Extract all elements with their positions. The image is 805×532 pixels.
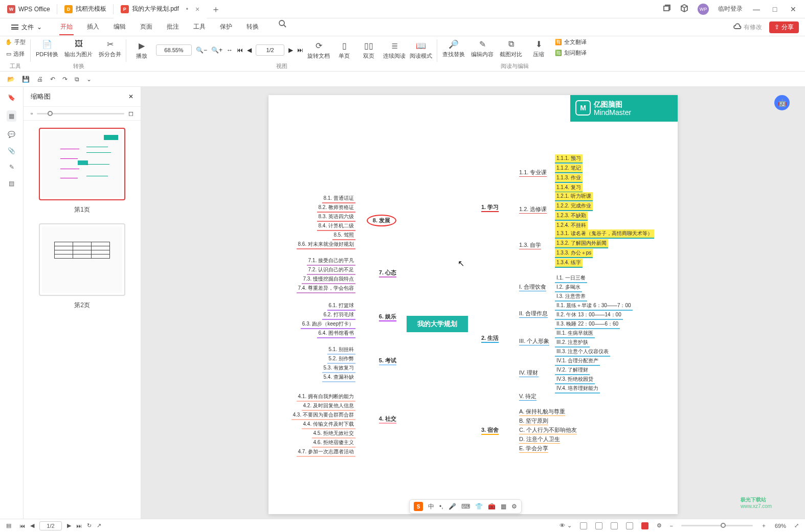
status-view2-icon[interactable] <box>595 522 602 529</box>
status-menu-icon[interactable]: ▤ <box>6 522 11 529</box>
file-menu[interactable]: 文件 ⌄ <box>6 21 47 34</box>
thumbnail-page-2[interactable] <box>39 223 125 296</box>
btn-double-page[interactable]: ▯▯双页 <box>359 40 379 60</box>
last-page-icon[interactable]: ⏭ <box>297 47 303 54</box>
btn-export-image[interactable]: 🖼输出为图片 <box>64 38 93 58</box>
zoom-out-status-icon[interactable]: − <box>670 523 673 529</box>
thumbnail-close-icon[interactable]: ✕ <box>128 93 133 100</box>
status-eye-icon[interactable]: 👁 ⌄ <box>560 522 571 529</box>
rail-draw-icon[interactable]: ✎ <box>9 164 14 171</box>
btn-rotate[interactable]: ⟳旋转文档 <box>307 40 330 60</box>
qa-open-icon[interactable]: 📂 <box>7 76 15 83</box>
menu-tools[interactable]: 工具 <box>192 19 207 35</box>
zoom-out-icon[interactable]: 🔍− <box>196 47 207 54</box>
tool-hand[interactable]: ✋ 手型 ▭ 选择 <box>5 38 26 58</box>
rail-comment-icon[interactable]: 💬 <box>8 131 15 138</box>
search-icon[interactable] <box>278 19 286 35</box>
ime-toolbar[interactable]: S 中 •, 🎤 ⌨ 👕 🧰 ▦ ⚙ <box>409 499 522 514</box>
status-page-input[interactable]: 1/2 <box>39 521 62 530</box>
menu-protect[interactable]: 保护 <box>219 19 233 35</box>
ime-mic-icon[interactable]: 🎤 <box>449 503 456 510</box>
status-view1-icon[interactable] <box>580 522 587 529</box>
cloud-status[interactable]: 有修改 <box>733 23 762 32</box>
menu-insert[interactable]: 插入 <box>86 19 100 35</box>
btn-edit-content[interactable]: ✎编辑内容 <box>471 38 494 58</box>
avatar-icon[interactable]: WP <box>698 4 709 15</box>
status-zoom-label[interactable]: 69% <box>775 523 786 529</box>
btn-play[interactable]: ▶播放 <box>131 40 152 60</box>
status-first-icon[interactable]: ⏮ <box>19 523 25 529</box>
btn-compress[interactable]: ⬇压缩 <box>528 38 549 58</box>
status-exit-icon[interactable]: ↗ <box>97 522 101 529</box>
zoom-in-status-icon[interactable]: ＋ <box>761 522 767 529</box>
status-next-icon[interactable]: ▶ <box>67 522 71 529</box>
maximize-button[interactable]: □ <box>770 5 779 13</box>
fit-width-icon[interactable]: ↔ <box>227 47 233 54</box>
restore-down-icon[interactable] <box>663 4 671 14</box>
rail-bookmark-icon[interactable]: 🔖 <box>8 94 15 101</box>
qa-redo-icon[interactable]: ↷ <box>62 76 68 83</box>
app-tab[interactable]: W WPS Office <box>0 0 57 18</box>
ime-lang[interactable]: 中 <box>428 502 434 511</box>
btn-single-page[interactable]: ▯单页 <box>334 40 354 60</box>
tool-select[interactable]: ▭ 选择 <box>6 50 25 58</box>
qa-more-icon[interactable]: ⌄ <box>86 76 92 83</box>
next-page-icon[interactable]: ▶ <box>288 47 293 54</box>
status-expand-icon[interactable]: ⤢ <box>794 522 799 529</box>
ime-toolbox-icon[interactable]: 🧰 <box>488 503 496 510</box>
rail-thumbnail-icon[interactable]: ▦ <box>7 110 16 122</box>
ime-settings-icon[interactable]: ⚙ <box>511 503 517 510</box>
btn-split-merge[interactable]: ✂拆分合并 <box>99 38 121 58</box>
zoom-in-icon[interactable]: 🔍+ <box>211 47 222 54</box>
btn-translate[interactable]: 🈶 全文翻译 🈯 划词翻译 <box>555 38 587 57</box>
status-view-active-icon[interactable] <box>641 522 649 529</box>
rail-layers-icon[interactable]: ▤ <box>9 180 14 187</box>
status-loop-icon[interactable]: ↻ <box>87 522 92 529</box>
login-label[interactable]: 临时登录 <box>718 5 743 13</box>
minimize-button[interactable]: — <box>752 5 761 13</box>
new-tab-button[interactable]: ＋ <box>207 3 225 15</box>
menu-convert[interactable]: 转换 <box>245 19 260 35</box>
page-view[interactable]: M 亿图脑图MindMaster 我的大学规划 ↖ 1. 学习1.1. 专业课1… <box>141 87 805 519</box>
template-tab[interactable]: D 找稻壳模板 <box>57 0 114 18</box>
close-button[interactable]: ✕ <box>789 5 798 13</box>
thumbnail-zoom-slider[interactable]: ▫ ◻ <box>24 106 141 121</box>
btn-screenshot-compare[interactable]: ⧉截图对比 <box>500 38 522 58</box>
ime-grid-icon[interactable]: ▦ <box>501 503 506 510</box>
cube-icon[interactable] <box>680 4 688 14</box>
assistant-float-icon[interactable]: 🤖 <box>774 95 790 110</box>
btn-pdf-convert[interactable]: 📄PDF转换 <box>36 38 58 58</box>
status-last-icon[interactable]: ⏭ <box>76 523 82 529</box>
share-button[interactable]: ⇪ 分享 <box>769 21 799 33</box>
qa-save-icon[interactable]: 💾 <box>22 76 30 83</box>
ime-punct-icon[interactable]: •, <box>439 503 443 510</box>
rail-attachment-icon[interactable]: 📎 <box>8 147 15 154</box>
menu-page[interactable]: 页面 <box>139 19 153 35</box>
mind-sub-left: 4.6. 拒绝宿傻主义 <box>312 438 355 448</box>
qa-copy-icon[interactable]: ⧉ <box>75 76 79 83</box>
status-view4-icon[interactable] <box>626 522 633 529</box>
first-page-icon[interactable]: ⏮ <box>237 47 243 54</box>
btn-continuous[interactable]: ≣连续阅读 <box>383 40 406 60</box>
mind-sub-right: 1.2. 选修课 <box>519 205 547 214</box>
status-gear-icon[interactable]: ⚙ <box>657 522 662 529</box>
mind-leaf-right: 1.3.3. 办公＋ps <box>555 249 593 258</box>
status-prev-icon[interactable]: ◀ <box>30 522 34 529</box>
thumbnail-page-1[interactable] <box>39 128 125 200</box>
prev-page-icon[interactable]: ◀ <box>247 47 252 54</box>
status-view3-icon[interactable] <box>611 522 618 529</box>
qa-undo-icon[interactable]: ↶ <box>50 76 55 83</box>
ime-skin-icon[interactable]: 👕 <box>475 503 483 510</box>
page-indicator[interactable]: 1/2 <box>256 44 284 56</box>
status-zoom-slider[interactable] <box>681 525 753 526</box>
document-tab[interactable]: P 我的大学规划.pdf • × <box>114 0 207 18</box>
qa-print-icon[interactable]: 🖨 <box>37 76 43 83</box>
ime-keyboard-icon[interactable]: ⌨ <box>461 503 470 510</box>
menu-edit[interactable]: 编辑 <box>113 19 127 35</box>
btn-find-replace[interactable]: 🔎查找替换 <box>442 38 465 58</box>
menu-start[interactable]: 开始 <box>59 19 74 35</box>
tab-close-icon[interactable]: × <box>195 5 199 13</box>
zoom-value[interactable]: 68.55% <box>156 44 192 56</box>
menu-annotate[interactable]: 批注 <box>166 19 180 35</box>
btn-read-mode[interactable]: 📖阅读模式 <box>410 40 432 60</box>
